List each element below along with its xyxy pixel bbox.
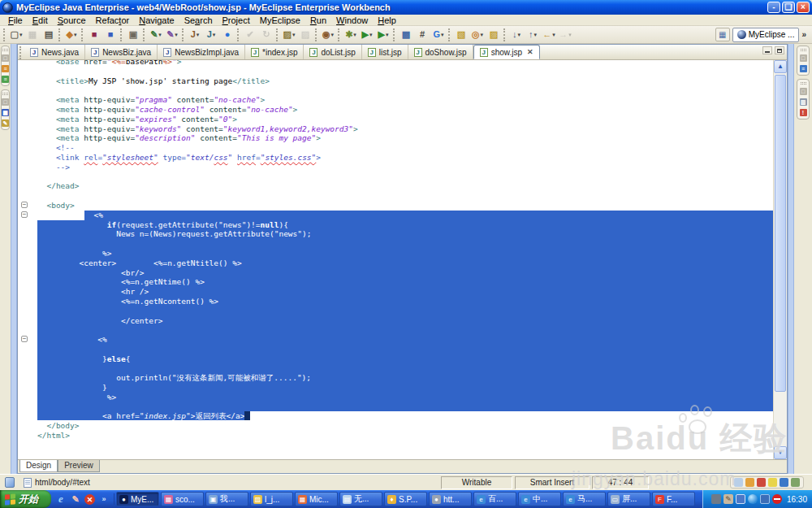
image-view-icon[interactable]: ▦ [2,109,9,116]
maximize-editor-button[interactable] [775,46,784,54]
team-status-icon[interactable] [791,478,800,487]
pen-icon[interactable]: ✎ [723,494,733,504]
tab-grip[interactable] [19,46,22,59]
new-ear-button[interactable]: ▩ [398,27,414,42]
tab-close-icon[interactable]: ✕ [527,48,533,56]
project-deploy-button[interactable]: ■ [102,27,119,42]
hierarchy-icon[interactable]: ≡ [2,76,9,83]
taskbar-button[interactable]: ●htt... [429,492,472,506]
taskbar-button[interactable]: ▦sco... [161,492,204,506]
server-status-icon[interactable] [757,478,766,487]
dropdown-arrow-icon[interactable]: ▾ [19,32,23,38]
image-capture-button[interactable]: ▨▾ [281,27,297,42]
display-icon[interactable] [736,494,745,504]
external-tools-button[interactable]: ▶▾ [375,27,391,42]
messenger-icon[interactable] [748,494,758,504]
restore-button[interactable]: ❏ [782,2,795,13]
restore-pane-icon[interactable]: □ [800,88,807,95]
open-folder-button[interactable]: ▨ [486,27,502,42]
taskbar-button[interactable]: ♦S.P... [384,492,427,506]
dropdown-arrow-icon[interactable]: ▾ [369,32,373,38]
dropdown-arrow-icon[interactable]: ▾ [441,32,444,38]
perspective-more-icon[interactable]: » [801,30,806,39]
more-chevron-icon[interactable]: » [98,493,110,505]
tab-preview[interactable]: Preview [58,460,100,472]
printer-icon[interactable] [711,494,721,504]
taskbar-button[interactable]: ▣我... [205,492,248,506]
dropdown-arrow-icon[interactable]: ▾ [197,32,200,38]
warning-icon[interactable] [768,478,777,487]
search-button[interactable]: ◎▾ [469,27,486,42]
dropdown-arrow-icon[interactable]: ▾ [568,32,572,38]
dropdown-arrow-icon[interactable]: ▾ [175,32,178,38]
new-button[interactable]: ▢▾ [8,27,24,42]
dropdown-arrow-icon[interactable]: ▾ [331,32,335,38]
open-perspective-button[interactable]: ▦ [715,28,730,41]
menu-file[interactable]: File [3,15,28,25]
jar-button[interactable]: J▾ [187,27,203,42]
database-explorer-button[interactable]: ▣ [125,27,141,42]
restore-pane-icon[interactable]: □ [2,54,9,62]
menu-project[interactable]: Project [218,15,255,25]
blocked-icon[interactable] [772,494,782,504]
print-button[interactable]: ▤ [41,27,57,42]
dropdown-arrow-icon[interactable]: ▾ [74,32,77,38]
dropdown-arrow-icon[interactable]: ▾ [481,32,484,38]
taskbar-button[interactable]: e中... [518,492,561,506]
import-button[interactable]: ▧ [453,27,469,42]
browser-g-button[interactable]: G▾ [430,27,447,42]
menu-run[interactable]: Run [305,15,331,25]
dropdown-arrow-icon[interactable]: ▾ [552,32,555,38]
taskbar-button[interactable]: FF... [652,492,695,506]
menu-myeclipse[interactable]: MyEclipse [255,15,305,25]
web-browser-button[interactable]: ● [219,27,235,42]
taskbar-button[interactable]: ●MyE... [116,492,159,506]
fastview-grip[interactable] [2,93,8,95]
restore-pane-icon[interactable]: □ [800,54,807,62]
vertical-scrollbar[interactable]: ▲ ▼ [773,60,787,459]
back-button[interactable]: ←▾ [541,27,557,42]
left-sash[interactable] [11,44,17,474]
tab-indexjsp[interactable]: J*index.jsp [245,45,304,59]
deploy-module-button[interactable]: ■ [86,27,102,42]
tab-showjsp[interactable]: Jshow.jsp✕ [473,45,540,59]
package-explorer-icon[interactable]: ≡ [2,65,9,72]
tab-Newsjava[interactable]: JNews.java [24,45,85,59]
tab-design[interactable]: Design [19,460,58,472]
tab-doShowjsp[interactable]: JdoShow.jsp [408,45,473,59]
code-editor[interactable]: <base href="<%=basePath%>"> <title>My JS… [18,60,787,459]
right-sash[interactable] [788,44,794,474]
taskbar-button[interactable]: ▤无... [339,492,382,506]
ie-icon[interactable]: e [55,493,67,505]
close-app-icon[interactable]: ✕ [84,494,95,505]
debug-button[interactable]: ✱▾ [343,27,359,42]
menu-help[interactable]: Help [373,15,401,25]
menu-edit[interactable]: Edit [28,15,53,25]
network-icon[interactable] [760,494,770,504]
new-class-button[interactable]: ✎▾ [148,27,164,42]
menu-navigate[interactable]: Navigate [134,15,179,25]
run-button[interactable]: ▶▾ [359,27,375,42]
tab-listjsp[interactable]: Jlist.jsp [362,45,408,59]
jsp-deploy-button[interactable]: J▾ [203,27,219,42]
perspective-button[interactable]: MyEclipse ... [732,28,800,42]
fold-marker-icon[interactable]: − [21,336,28,342]
annotation-icon[interactable] [745,478,754,487]
last-edit-location-button[interactable]: ↓▾ [508,27,525,42]
fold-marker-icon[interactable]: − [21,202,28,208]
painter-icon[interactable]: ✎ [70,493,81,505]
dropdown-arrow-icon[interactable]: ▾ [292,32,296,38]
dropdown-arrow-icon[interactable]: ▾ [213,32,216,38]
web-status-icon[interactable] [780,478,788,487]
fastview-grip[interactable] [2,49,8,51]
tab-doListjsp[interactable]: JdoList.jsp [304,45,361,59]
dropdown-arrow-icon[interactable]: ▾ [386,32,389,38]
menu-source[interactable]: Source [53,15,91,25]
next-annotation-button[interactable]: ↑▾ [525,27,541,42]
menu-window[interactable]: Window [331,15,373,25]
snapshot-button[interactable]: ◉▾ [320,27,336,42]
snippets-icon[interactable]: ✎ [2,119,9,127]
scroll-thumb[interactable] [775,75,786,392]
grid-button[interactable]: # [414,27,430,42]
dropdown-arrow-icon[interactable]: ▾ [517,32,520,38]
